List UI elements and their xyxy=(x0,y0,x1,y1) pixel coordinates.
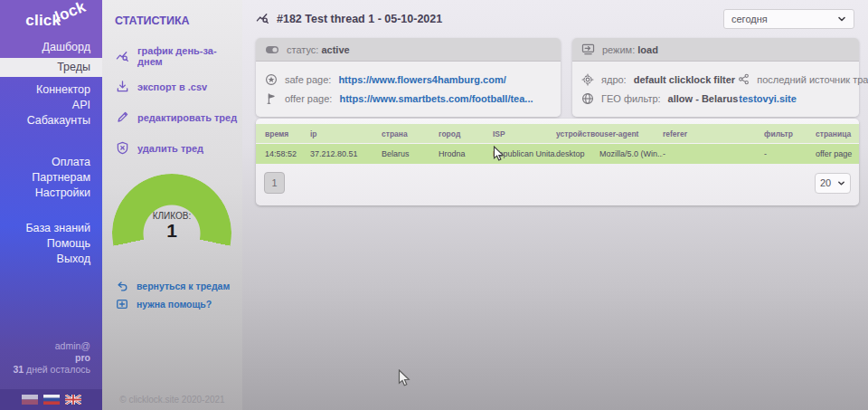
menu-item-daily-chart[interactable]: график день-за-днем xyxy=(102,39,242,73)
menu-item-edit-thread[interactable]: редактировать тред xyxy=(102,100,242,130)
sidebar-item-settings[interactable]: Настройки xyxy=(0,186,102,201)
table-header-row: время ip страна город ISP устройство use… xyxy=(256,124,859,143)
status-card-header: статус: active xyxy=(256,38,561,62)
cell-isp: Republican Unita... xyxy=(493,149,556,158)
sidebar-item-knowledge-base[interactable]: База знаний xyxy=(0,221,102,236)
column-header: время xyxy=(265,129,310,138)
column-header: город xyxy=(439,129,493,138)
menu-item-label: график день-за-днем xyxy=(137,45,239,67)
language-switcher xyxy=(0,389,102,410)
cell-page: offer page xyxy=(816,149,868,158)
download-icon xyxy=(116,80,129,93)
sidebar-item-partners[interactable]: Партнерам xyxy=(0,170,102,186)
page-size-select[interactable]: 20 xyxy=(815,173,851,194)
monitor-arrow-icon xyxy=(581,43,595,55)
mode-card: режим: load ядро: default clicklock filt… xyxy=(572,38,859,117)
menu-item-label: редактировать тред xyxy=(137,112,237,123)
globe-icon xyxy=(581,92,594,105)
status-value: active xyxy=(321,44,349,55)
clicks-table-card: время ip страна город ISP устройство use… xyxy=(256,119,859,205)
sidebar-item-payment[interactable]: Оплата xyxy=(0,155,102,170)
core-value: default clicklock filter xyxy=(634,74,735,85)
stats-panel-title: СТАТИСТИКА xyxy=(102,0,242,27)
safe-page-link[interactable]: https://www.flowers4hamburg.com/ xyxy=(338,74,505,85)
traffic-source-label: последний источник трафика: xyxy=(757,74,868,85)
cell-city: Hrodna xyxy=(439,149,493,158)
geo-filter-label: ГЕО фильтр: xyxy=(601,93,661,104)
account-email: admin@ xyxy=(13,340,90,352)
toggle-icon xyxy=(265,45,279,54)
star-badge-icon xyxy=(265,73,278,86)
days-remaining: 31 дней осталось xyxy=(13,364,90,376)
column-header: страница xyxy=(816,129,868,138)
uk-flag-icon[interactable] xyxy=(65,395,81,405)
main-content: #182 Test thread 1 - 05-10-2021 сегодня … xyxy=(242,0,868,410)
thread-title: #182 Test thread 1 - 05-10-2021 xyxy=(277,13,442,25)
status-card: статус: active safe page: https://www.fl… xyxy=(256,38,561,117)
poland-flag-icon[interactable] xyxy=(22,395,38,405)
mode-label: режим: xyxy=(602,44,637,55)
sidebar-item-connector[interactable]: Коннектор xyxy=(0,82,102,98)
column-header: ISP xyxy=(493,129,556,138)
sidebar-item-logout[interactable]: Выход xyxy=(0,252,102,267)
chart-line-icon xyxy=(116,50,129,63)
undo-icon xyxy=(116,280,128,292)
cell-user-agent: Mozilla/5.0 (Win... xyxy=(599,149,663,158)
russia-flag-icon[interactable] xyxy=(43,395,60,405)
period-select[interactable]: сегодня xyxy=(723,9,854,29)
pagination-page-1-button[interactable]: 1 xyxy=(264,172,285,194)
share-icon xyxy=(738,73,750,85)
copyright-footer: © clicklock.site 2020-2021 xyxy=(102,395,242,405)
menu-item-export-csv[interactable]: экспорт в .csv xyxy=(102,73,242,100)
column-header: ip xyxy=(310,129,382,138)
link-label: вернуться к тредам xyxy=(137,281,230,291)
column-header: устройство xyxy=(556,129,599,138)
account-plan: pro xyxy=(75,352,90,363)
chevron-down-icon xyxy=(837,179,845,187)
offer-page-link[interactable]: https://www.smartbets.com/football/tea..… xyxy=(339,93,533,104)
need-help-link[interactable]: нужна помощь? xyxy=(116,295,230,313)
cell-ip: 37.212.80.51 xyxy=(310,149,382,158)
sidebar-item-threads[interactable]: Треды xyxy=(0,58,102,77)
link-label: нужна помощь? xyxy=(137,299,212,310)
menu-item-label: экспорт в .csv xyxy=(137,81,207,92)
sidebar-item-subaccounts[interactable]: Сабакаунты xyxy=(0,113,102,129)
cell-time: 14:58:52 xyxy=(265,149,310,158)
logo-block: clicklock Дашборд xyxy=(0,0,102,58)
status-label: статус: xyxy=(287,44,321,55)
cell-referer: - xyxy=(663,149,764,158)
help-box-icon xyxy=(116,298,128,310)
sidebar-item-help[interactable]: Помощь xyxy=(0,236,102,252)
flag-pin-icon xyxy=(265,92,278,105)
offer-page-label: offer page: xyxy=(285,93,332,104)
stats-panel: СТАТИСТИКА график день-за-днем экспорт в… xyxy=(102,0,242,410)
chevron-down-icon xyxy=(837,14,846,24)
mode-card-header: режим: load xyxy=(572,38,859,62)
column-header: фильтр xyxy=(764,129,816,138)
column-header: referer xyxy=(663,129,764,138)
main-sidebar: clicklock Дашборд Треды Коннектор API Са… xyxy=(0,0,102,410)
account-info: admin@ pro 31 дней осталось xyxy=(13,340,90,376)
mode-value: load xyxy=(637,44,658,55)
core-label: ядро: xyxy=(601,74,627,85)
traffic-source-link[interactable]: testovyi.site xyxy=(739,93,797,104)
gear-icon xyxy=(581,73,594,86)
cell-device: desktop xyxy=(556,149,599,158)
clicklock-logo: clicklock xyxy=(25,12,92,30)
clicks-gauge: КЛИКОВ: 1 xyxy=(112,174,231,293)
geo-filter-value: allow - Belarus xyxy=(668,93,739,104)
column-header: страна xyxy=(382,129,439,138)
shield-x-icon xyxy=(116,141,129,155)
menu-item-delete-thread[interactable]: удалить тред xyxy=(102,130,242,161)
chart-line-icon xyxy=(256,12,269,25)
back-to-threads-link[interactable]: вернуться к тредам xyxy=(116,277,230,295)
thread-title-row: #182 Test thread 1 - 05-10-2021 xyxy=(256,12,442,25)
cell-country: Belarus xyxy=(382,149,439,158)
table-row: 14:58:52 37.212.80.51 Belarus Hrodna Rep… xyxy=(256,144,859,164)
pencil-icon xyxy=(116,110,129,124)
sidebar-item-dashboard[interactable]: Дашборд xyxy=(42,41,90,53)
cell-filter: - xyxy=(764,149,816,158)
safe-page-label: safe page: xyxy=(285,74,331,85)
sidebar-item-api[interactable]: API xyxy=(0,98,102,113)
gauge-value: 1 xyxy=(112,221,231,241)
